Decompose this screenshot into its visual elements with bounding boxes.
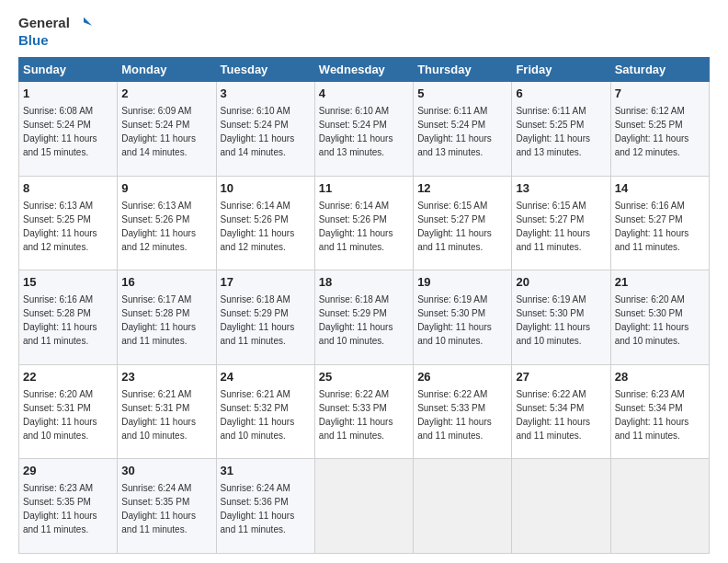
cell-content: Sunrise: 6:22 AMSunset: 5:33 PMDaylight:… (319, 387, 409, 442)
calendar-cell: 22Sunrise: 6:20 AMSunset: 5:31 PMDayligh… (19, 364, 118, 459)
cell-content: Sunrise: 6:14 AMSunset: 5:26 PMDaylight:… (221, 199, 311, 254)
cell-content: Sunrise: 6:17 AMSunset: 5:28 PMDaylight:… (121, 293, 211, 348)
cell-content: Sunrise: 6:19 AMSunset: 5:30 PMDaylight:… (417, 293, 507, 348)
day-number: 17 (221, 274, 311, 292)
day-number: 26 (417, 369, 507, 386)
page: General Blue SundayMondayTuesdayWednesda… (0, 0, 728, 563)
day-number: 10 (221, 180, 311, 198)
header-cell-thursday: Thursday (414, 58, 512, 82)
calendar-cell: 12Sunrise: 6:15 AMSunset: 5:27 PMDayligh… (414, 176, 512, 270)
day-number: 23 (121, 369, 211, 386)
logo-bird-icon (75, 16, 92, 32)
calendar-cell: 7Sunrise: 6:12 AMSunset: 5:25 PMDaylight… (610, 82, 709, 177)
calendar-body: 1Sunrise: 6:08 AMSunset: 5:24 PMDaylight… (19, 82, 710, 554)
day-number: 29 (23, 463, 113, 480)
cell-content: Sunrise: 6:13 AMSunset: 5:25 PMDaylight:… (23, 199, 113, 254)
logo-blue: Blue (18, 32, 49, 48)
cell-content: Sunrise: 6:15 AMSunset: 5:27 PMDaylight:… (417, 199, 507, 254)
calendar-cell: 9Sunrise: 6:13 AMSunset: 5:26 PMDaylight… (118, 176, 216, 270)
day-number: 31 (221, 463, 311, 480)
week-row-5: 29Sunrise: 6:23 AMSunset: 5:35 PMDayligh… (19, 459, 710, 554)
logo: General Blue (18, 15, 92, 48)
calendar-cell: 17Sunrise: 6:18 AMSunset: 5:29 PMDayligh… (216, 270, 314, 365)
day-number: 20 (516, 274, 606, 292)
calendar-cell: 31Sunrise: 6:24 AMSunset: 5:36 PMDayligh… (216, 459, 314, 554)
calendar-cell: 15Sunrise: 6:16 AMSunset: 5:28 PMDayligh… (19, 270, 118, 365)
day-number: 5 (417, 86, 507, 103)
day-number: 13 (516, 180, 606, 198)
cell-content: Sunrise: 6:16 AMSunset: 5:28 PMDaylight:… (23, 293, 113, 348)
day-number: 3 (221, 86, 311, 103)
cell-content: Sunrise: 6:13 AMSunset: 5:26 PMDaylight:… (121, 199, 211, 254)
week-row-3: 15Sunrise: 6:16 AMSunset: 5:28 PMDayligh… (19, 270, 710, 365)
calendar-cell: 21Sunrise: 6:20 AMSunset: 5:30 PMDayligh… (610, 270, 709, 365)
calendar-cell: 4Sunrise: 6:10 AMSunset: 5:24 PMDaylight… (314, 82, 413, 177)
calendar-cell: 23Sunrise: 6:21 AMSunset: 5:31 PMDayligh… (118, 364, 216, 459)
calendar-cell: 18Sunrise: 6:18 AMSunset: 5:29 PMDayligh… (314, 270, 413, 365)
header-cell-monday: Monday (118, 58, 216, 82)
logo-general: General (18, 15, 70, 30)
calendar-cell: 30Sunrise: 6:24 AMSunset: 5:35 PMDayligh… (118, 459, 216, 554)
calendar-cell (414, 459, 512, 554)
cell-content: Sunrise: 6:22 AMSunset: 5:33 PMDaylight:… (417, 387, 507, 442)
calendar-cell: 16Sunrise: 6:17 AMSunset: 5:28 PMDayligh… (118, 270, 216, 365)
week-row-2: 8Sunrise: 6:13 AMSunset: 5:25 PMDaylight… (19, 176, 710, 270)
cell-content: Sunrise: 6:15 AMSunset: 5:27 PMDaylight:… (516, 199, 606, 254)
calendar-table: SundayMondayTuesdayWednesdayThursdayFrid… (18, 57, 710, 554)
cell-content: Sunrise: 6:19 AMSunset: 5:30 PMDaylight:… (516, 293, 606, 348)
day-number: 21 (615, 274, 705, 292)
calendar-cell: 2Sunrise: 6:09 AMSunset: 5:24 PMDaylight… (118, 82, 216, 177)
cell-content: Sunrise: 6:18 AMSunset: 5:29 PMDaylight:… (221, 293, 311, 348)
calendar-cell: 6Sunrise: 6:11 AMSunset: 5:25 PMDaylight… (512, 82, 610, 177)
calendar-cell: 8Sunrise: 6:13 AMSunset: 5:25 PMDaylight… (19, 176, 118, 270)
cell-content: Sunrise: 6:11 AMSunset: 5:24 PMDaylight:… (417, 104, 507, 159)
cell-content: Sunrise: 6:24 AMSunset: 5:36 PMDaylight:… (221, 481, 311, 536)
day-number: 8 (23, 180, 113, 198)
cell-content: Sunrise: 6:11 AMSunset: 5:25 PMDaylight:… (516, 104, 606, 159)
cell-content: Sunrise: 6:22 AMSunset: 5:34 PMDaylight:… (516, 387, 606, 442)
calendar-cell: 27Sunrise: 6:22 AMSunset: 5:34 PMDayligh… (512, 364, 610, 459)
cell-content: Sunrise: 6:10 AMSunset: 5:24 PMDaylight:… (221, 104, 311, 159)
header-cell-tuesday: Tuesday (216, 58, 314, 82)
cell-content: Sunrise: 6:08 AMSunset: 5:24 PMDaylight:… (23, 104, 113, 159)
calendar-cell: 5Sunrise: 6:11 AMSunset: 5:24 PMDaylight… (414, 82, 512, 177)
day-number: 2 (121, 86, 211, 103)
calendar-cell: 1Sunrise: 6:08 AMSunset: 5:24 PMDaylight… (19, 82, 118, 177)
header: General Blue (18, 15, 710, 48)
cell-content: Sunrise: 6:20 AMSunset: 5:31 PMDaylight:… (23, 387, 113, 442)
header-row: SundayMondayTuesdayWednesdayThursdayFrid… (19, 58, 710, 82)
cell-content: Sunrise: 6:21 AMSunset: 5:31 PMDaylight:… (121, 387, 211, 442)
cell-content: Sunrise: 6:18 AMSunset: 5:29 PMDaylight:… (319, 293, 409, 348)
calendar-cell: 19Sunrise: 6:19 AMSunset: 5:30 PMDayligh… (414, 270, 512, 365)
week-row-4: 22Sunrise: 6:20 AMSunset: 5:31 PMDayligh… (19, 364, 710, 459)
day-number: 11 (319, 180, 409, 198)
calendar-cell: 29Sunrise: 6:23 AMSunset: 5:35 PMDayligh… (19, 459, 118, 554)
calendar-cell: 26Sunrise: 6:22 AMSunset: 5:33 PMDayligh… (414, 364, 512, 459)
day-number: 24 (221, 369, 311, 386)
day-number: 16 (121, 274, 211, 292)
header-cell-saturday: Saturday (610, 58, 709, 82)
day-number: 4 (319, 86, 409, 103)
day-number: 12 (417, 180, 507, 198)
header-cell-friday: Friday (512, 58, 610, 82)
calendar-cell: 10Sunrise: 6:14 AMSunset: 5:26 PMDayligh… (216, 176, 314, 270)
day-number: 28 (615, 369, 705, 386)
day-number: 30 (121, 463, 211, 480)
day-number: 9 (121, 180, 211, 198)
day-number: 14 (615, 180, 705, 198)
calendar-cell: 3Sunrise: 6:10 AMSunset: 5:24 PMDaylight… (216, 82, 314, 177)
cell-content: Sunrise: 6:09 AMSunset: 5:24 PMDaylight:… (121, 104, 211, 159)
calendar-cell: 14Sunrise: 6:16 AMSunset: 5:27 PMDayligh… (610, 176, 709, 270)
day-number: 7 (615, 86, 705, 103)
calendar-cell: 20Sunrise: 6:19 AMSunset: 5:30 PMDayligh… (512, 270, 610, 365)
header-cell-sunday: Sunday (19, 58, 118, 82)
calendar-cell (610, 459, 709, 554)
day-number: 6 (516, 86, 606, 103)
cell-content: Sunrise: 6:10 AMSunset: 5:24 PMDaylight:… (319, 104, 409, 159)
day-number: 1 (23, 86, 113, 103)
cell-content: Sunrise: 6:16 AMSunset: 5:27 PMDaylight:… (615, 199, 705, 254)
calendar-header: SundayMondayTuesdayWednesdayThursdayFrid… (19, 58, 710, 82)
day-number: 15 (23, 274, 113, 292)
cell-content: Sunrise: 6:23 AMSunset: 5:35 PMDaylight:… (23, 481, 113, 536)
cell-content: Sunrise: 6:20 AMSunset: 5:30 PMDaylight:… (615, 293, 705, 348)
